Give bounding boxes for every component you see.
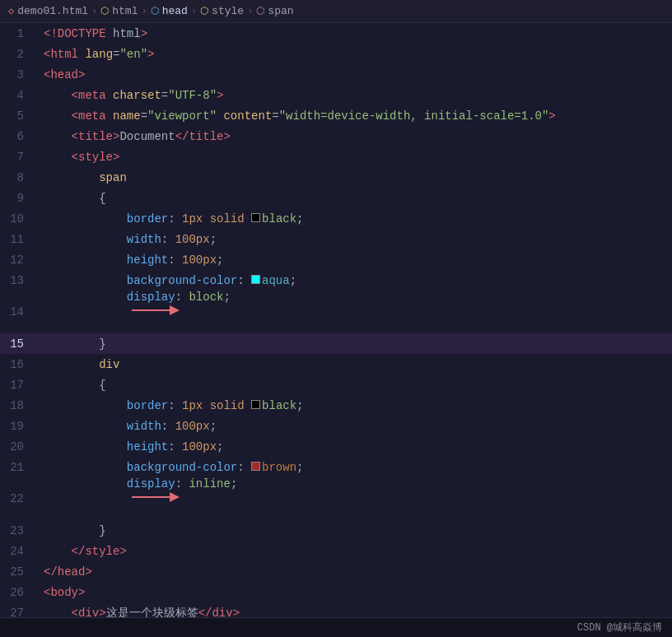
table-row: 14 display: block; [0,291,672,333]
breadcrumb-span[interactable]: span [268,5,293,17]
line-content: display: inline; [37,477,672,520]
line-content: } [37,333,672,354]
line-content: border: 1px solid black; [37,395,672,416]
line-content: <html lang="en"> [37,44,672,64]
table-row: 15 } [0,333,672,354]
line-content: } [37,520,672,541]
table-row: 7 <style> [0,146,672,167]
table-row: 13 background-color: aqua; [0,270,672,291]
line-content: <div>这是一个块级标签</div> [37,602,672,617]
breadcrumb-html[interactable]: html [112,5,138,17]
line-number: 4 [0,85,37,105]
line-number: 21 [0,457,37,477]
table-row: 11 width: 100px; [0,229,672,249]
table-row: 8 span [0,167,672,188]
breadcrumb: ◇ demo01.html › ⬡ html › ⬡ head › ⬡ styl… [0,0,672,23]
code-editor: 1 <!DOCTYPE html> 2 <html lang="en"> 3 <… [0,23,672,617]
table-row: 23 } [0,520,672,541]
table-row: 26 <body> [0,582,672,602]
line-content: <body> [37,582,672,602]
line-content: background-color: aqua; [37,270,672,291]
table-row: 5 <meta name="viewport" content="width=d… [0,105,672,126]
line-content: <head> [37,64,672,85]
line-number: 7 [0,146,37,167]
line-number: 9 [0,188,37,208]
line-content: <meta charset="UTF-8"> [37,85,672,105]
line-number: 18 [0,395,37,416]
line-number: 24 [0,541,37,561]
table-row: 9 { [0,188,672,208]
line-content: display: block; [37,291,672,333]
line-content: height: 100px; [37,436,672,457]
span-icon: ⬡ [256,5,264,17]
table-row: 10 border: 1px solid black; [0,208,672,229]
line-number: 16 [0,354,37,374]
line-content: height: 100px; [37,249,672,270]
table-row: 12 height: 100px; [0,249,672,270]
line-number: 17 [0,374,37,395]
table-row: 24 </style> [0,541,672,561]
table-row: 2 <html lang="en"> [0,44,672,64]
line-number: 13 [0,270,37,291]
line-number: 10 [0,208,37,229]
breadcrumb-head[interactable]: head [162,5,188,17]
file-icon: ◇ [8,5,14,17]
line-number: 5 [0,105,37,126]
table-row: 17 { [0,374,672,395]
line-number: 26 [0,582,37,602]
line-number: 20 [0,436,37,457]
table-row: 22 display: inline; [0,477,672,520]
code-table: 1 <!DOCTYPE html> 2 <html lang="en"> 3 <… [0,23,672,617]
line-content: <!DOCTYPE html> [37,23,672,44]
line-number: 25 [0,561,37,582]
arrow-indicator [132,491,181,504]
style-icon: ⬡ [200,5,208,17]
line-number: 6 [0,126,37,146]
table-row: 1 <!DOCTYPE html> [0,23,672,44]
breadcrumb-file[interactable]: demo01.html [17,5,88,17]
html-icon: ⬡ [100,5,109,17]
table-row: 4 <meta charset="UTF-8"> [0,85,672,105]
line-content: span [37,167,672,188]
line-content: <meta name="viewport" content="width=dev… [37,105,672,126]
line-content: </style> [37,541,672,561]
table-row: 21 background-color: brown; [0,457,672,477]
line-content: div [37,354,672,374]
line-content: width: 100px; [37,416,672,436]
line-content: background-color: brown; [37,457,672,477]
line-content: width: 100px; [37,229,672,249]
line-number: 14 [0,291,37,333]
line-number: 23 [0,520,37,541]
line-content: <title>Document</title> [37,126,672,146]
line-number: 1 [0,23,37,44]
head-icon: ⬡ [151,5,159,17]
line-number: 22 [0,477,37,520]
line-content: border: 1px solid black; [37,208,672,229]
line-number: 15 [0,333,37,354]
table-row: 3 <head> [0,64,672,85]
line-number: 11 [0,229,37,249]
table-row: 19 width: 100px; [0,416,672,436]
line-content: { [37,374,672,395]
line-number: 8 [0,167,37,188]
table-row: 6 <title>Document</title> [0,126,672,146]
table-row: 18 border: 1px solid black; [0,395,672,416]
watermark: CSDN @城科高焱博 [577,621,662,635]
status-bar: CSDN @城科高焱博 [0,617,672,637]
table-row: 16 div [0,354,672,374]
line-number: 3 [0,64,37,85]
line-content: { [37,188,672,208]
line-number: 27 [0,602,37,617]
line-content: <style> [37,146,672,167]
line-number: 12 [0,249,37,270]
table-row: 20 height: 100px; [0,436,672,457]
breadcrumb-style[interactable]: style [212,5,244,17]
code-area[interactable]: 1 <!DOCTYPE html> 2 <html lang="en"> 3 <… [0,23,672,617]
table-row: 25 </head> [0,561,672,582]
line-number: 19 [0,416,37,436]
line-number: 2 [0,44,37,64]
line-content: </head> [37,561,672,582]
arrow-indicator [132,304,181,317]
table-row: 27 <div>这是一个块级标签</div> [0,602,672,617]
